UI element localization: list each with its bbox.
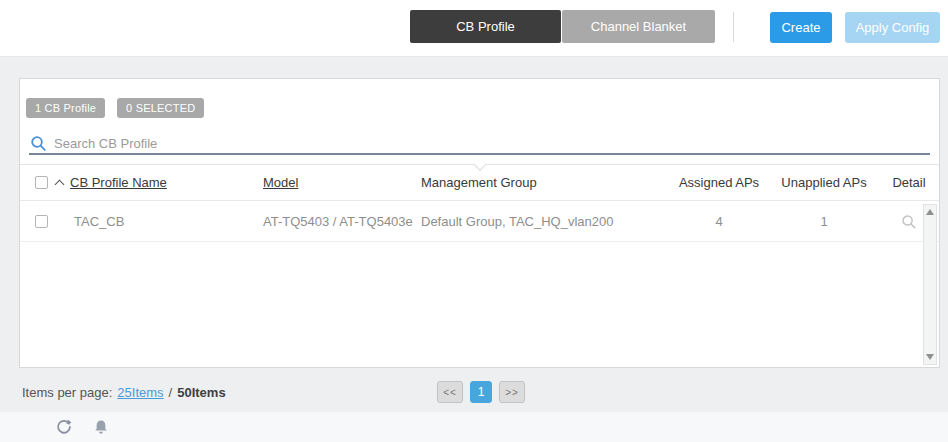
pagination-current-page[interactable]: 1	[470, 381, 492, 403]
scrollbar-up-icon[interactable]	[926, 209, 934, 215]
pagination: << 1 >>	[437, 381, 525, 403]
cb-profile-panel: 1 CB Profile 0 SELECTED CB Profile Name …	[19, 78, 940, 368]
page-size-25-link[interactable]: 25Items	[117, 385, 163, 400]
table-row[interactable]: TAC_CB AT-TQ5403 / AT-TQ5403e Default Gr…	[20, 202, 939, 242]
page-size-max: 50Items	[177, 385, 225, 400]
tab-channel-blanket[interactable]: Channel Blanket	[562, 10, 715, 43]
tab-cb-profile[interactable]: CB Profile	[410, 10, 561, 43]
search-underline	[29, 153, 930, 155]
row-name-cell: TAC_CB	[53, 214, 261, 229]
page-size-separator: /	[169, 385, 173, 400]
header-checkbox-cell	[20, 176, 53, 189]
create-button[interactable]: Create	[770, 12, 832, 43]
search-icon	[30, 135, 47, 152]
row-model: AT-TQ5403 / AT-TQ5403e	[261, 214, 421, 229]
search-input[interactable]	[54, 136, 929, 151]
row-assigned-aps: 4	[669, 214, 769, 229]
profile-count-badge: 1 CB Profile	[26, 98, 105, 118]
column-header-management-group: Management Group	[421, 175, 669, 190]
toolbar-divider	[733, 12, 734, 42]
page: { "toolbar": { "tabs": [ { "label": "CB …	[0, 0, 948, 442]
row-checkbox-cell	[20, 215, 53, 228]
header-name-cell: CB Profile Name	[53, 175, 261, 190]
select-all-checkbox[interactable]	[35, 176, 48, 189]
bell-icon[interactable]	[93, 419, 109, 436]
top-toolbar: CB Profile Channel Blanket Create Apply …	[0, 0, 948, 57]
badge-row: 1 CB Profile 0 SELECTED	[26, 98, 204, 118]
header-model-cell: Model	[261, 175, 421, 190]
pagination-first-button[interactable]: <<	[437, 381, 463, 403]
sort-asc-icon[interactable]	[55, 179, 65, 189]
table-body: TAC_CB AT-TQ5403 / AT-TQ5403e Default Gr…	[20, 202, 939, 367]
magnifier-icon[interactable]	[901, 214, 917, 230]
refresh-icon[interactable]	[55, 418, 73, 436]
items-per-page: Items per page: 25Items / 50Items	[22, 385, 226, 400]
apply-config-button[interactable]: Apply Config	[845, 12, 940, 43]
column-header-cb-profile-name[interactable]: CB Profile Name	[70, 175, 167, 190]
status-bar	[0, 412, 948, 442]
cb-profile-name: TAC_CB	[53, 214, 124, 229]
row-checkbox[interactable]	[35, 215, 48, 228]
items-per-page-label: Items per page:	[22, 385, 112, 400]
search-bar	[30, 132, 929, 154]
scrollbar-down-icon[interactable]	[926, 354, 934, 360]
pagination-last-button[interactable]: >>	[499, 381, 525, 403]
row-unapplied-aps: 1	[769, 214, 879, 229]
column-header-model[interactable]: Model	[263, 175, 298, 190]
vertical-scrollbar[interactable]	[923, 204, 937, 365]
table-header: CB Profile Name Model Management Group A…	[20, 164, 939, 201]
column-header-unapplied-aps: Unapplied APs	[769, 175, 879, 190]
collapse-notch-icon[interactable]	[472, 157, 486, 171]
selected-count-badge: 0 SELECTED	[117, 98, 204, 118]
row-management-group: Default Group, TAC_HQ_vlan200	[421, 214, 669, 229]
column-header-assigned-aps: Assigned APs	[669, 175, 769, 190]
column-header-detail: Detail	[879, 175, 939, 190]
